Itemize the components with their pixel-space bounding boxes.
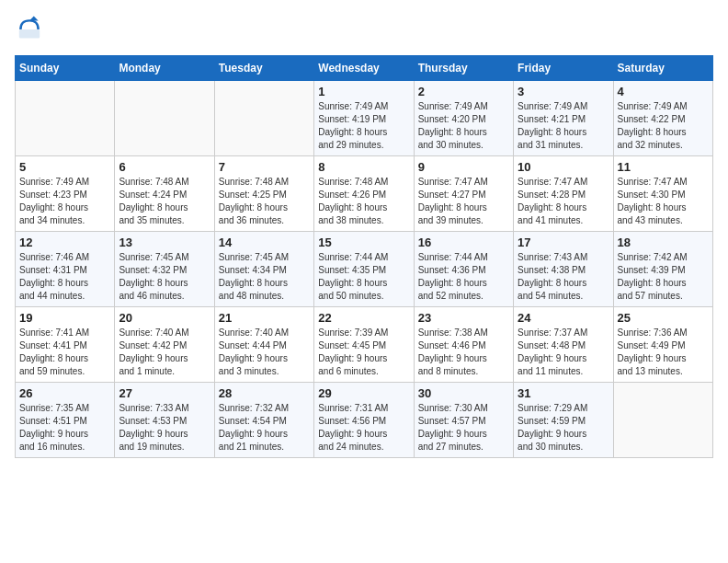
calendar-day-cell: 27Sunrise: 7:33 AM Sunset: 4:53 PM Dayli… [115, 383, 214, 458]
calendar-day-cell: 17Sunrise: 7:43 AM Sunset: 4:38 PM Dayli… [514, 232, 613, 307]
calendar-week-row: 1Sunrise: 7:49 AM Sunset: 4:19 PM Daylig… [16, 81, 713, 156]
day-content: Sunrise: 7:37 AM Sunset: 4:48 PM Dayligh… [518, 327, 609, 378]
day-content: Sunrise: 7:39 AM Sunset: 4:45 PM Dayligh… [318, 327, 409, 378]
day-number: 9 [418, 160, 509, 174]
calendar-day-cell: 18Sunrise: 7:42 AM Sunset: 4:39 PM Dayli… [613, 232, 712, 307]
calendar-day-cell: 10Sunrise: 7:47 AM Sunset: 4:28 PM Dayli… [514, 156, 613, 232]
day-number: 20 [119, 311, 210, 325]
day-content: Sunrise: 7:30 AM Sunset: 4:57 PM Dayligh… [418, 402, 509, 454]
day-number: 1 [318, 85, 409, 98]
day-number: 18 [618, 236, 709, 249]
day-number: 10 [518, 160, 609, 174]
day-number: 6 [119, 160, 210, 174]
calendar-week-row: 19Sunrise: 7:41 AM Sunset: 4:41 PM Dayli… [16, 307, 713, 383]
day-number: 3 [518, 85, 609, 98]
calendar-table: SundayMondayTuesdayWednesdayThursdayFrid… [15, 55, 713, 458]
weekday-header: Monday [115, 56, 214, 81]
day-content: Sunrise: 7:48 AM Sunset: 4:24 PM Dayligh… [119, 176, 210, 227]
calendar-day-cell: 11Sunrise: 7:47 AM Sunset: 4:30 PM Dayli… [613, 156, 712, 232]
weekday-header: Tuesday [214, 56, 313, 81]
calendar-day-cell: 28Sunrise: 7:32 AM Sunset: 4:54 PM Dayli… [214, 383, 313, 458]
calendar-day-cell: 25Sunrise: 7:36 AM Sunset: 4:49 PM Dayli… [613, 307, 712, 383]
calendar-day-cell: 9Sunrise: 7:47 AM Sunset: 4:27 PM Daylig… [414, 156, 513, 232]
day-content: Sunrise: 7:49 AM Sunset: 4:22 PM Dayligh… [618, 100, 709, 152]
day-content: Sunrise: 7:43 AM Sunset: 4:38 PM Dayligh… [518, 251, 609, 303]
day-number: 19 [19, 311, 110, 325]
calendar-empty-cell [16, 81, 115, 156]
logo [15, 15, 48, 44]
day-content: Sunrise: 7:49 AM Sunset: 4:23 PM Dayligh… [19, 176, 110, 227]
day-number: 22 [318, 311, 409, 325]
day-content: Sunrise: 7:49 AM Sunset: 4:20 PM Dayligh… [418, 100, 509, 152]
day-content: Sunrise: 7:46 AM Sunset: 4:31 PM Dayligh… [19, 251, 110, 303]
calendar-empty-cell [613, 383, 712, 458]
day-content: Sunrise: 7:41 AM Sunset: 4:41 PM Dayligh… [19, 327, 110, 378]
calendar-day-cell: 1Sunrise: 7:49 AM Sunset: 4:19 PM Daylig… [314, 81, 414, 156]
calendar-day-cell: 3Sunrise: 7:49 AM Sunset: 4:21 PM Daylig… [514, 81, 613, 156]
calendar-empty-cell [214, 81, 313, 156]
weekday-header: Wednesday [314, 56, 414, 81]
day-number: 7 [219, 160, 310, 174]
day-content: Sunrise: 7:47 AM Sunset: 4:30 PM Dayligh… [618, 176, 709, 227]
day-content: Sunrise: 7:33 AM Sunset: 4:53 PM Dayligh… [119, 402, 210, 454]
day-content: Sunrise: 7:32 AM Sunset: 4:54 PM Dayligh… [219, 402, 310, 454]
day-content: Sunrise: 7:42 AM Sunset: 4:39 PM Dayligh… [618, 251, 709, 303]
day-content: Sunrise: 7:47 AM Sunset: 4:27 PM Dayligh… [418, 176, 509, 227]
calendar-week-row: 12Sunrise: 7:46 AM Sunset: 4:31 PM Dayli… [16, 232, 713, 307]
day-number: 25 [618, 311, 709, 325]
calendar-day-cell: 12Sunrise: 7:46 AM Sunset: 4:31 PM Dayli… [16, 232, 115, 307]
day-content: Sunrise: 7:48 AM Sunset: 4:25 PM Dayligh… [219, 176, 310, 227]
calendar-day-cell: 19Sunrise: 7:41 AM Sunset: 4:41 PM Dayli… [16, 307, 115, 383]
day-number: 28 [219, 386, 310, 400]
day-content: Sunrise: 7:48 AM Sunset: 4:26 PM Dayligh… [318, 176, 409, 227]
day-content: Sunrise: 7:38 AM Sunset: 4:46 PM Dayligh… [418, 327, 509, 378]
weekday-header: Saturday [613, 56, 712, 81]
calendar-day-cell: 30Sunrise: 7:30 AM Sunset: 4:57 PM Dayli… [414, 383, 513, 458]
day-number: 4 [618, 85, 709, 98]
calendar-day-cell: 15Sunrise: 7:44 AM Sunset: 4:35 PM Dayli… [314, 232, 414, 307]
day-content: Sunrise: 7:40 AM Sunset: 4:42 PM Dayligh… [119, 327, 210, 378]
calendar-day-cell: 31Sunrise: 7:29 AM Sunset: 4:59 PM Dayli… [514, 383, 613, 458]
day-number: 5 [19, 160, 110, 174]
day-content: Sunrise: 7:45 AM Sunset: 4:34 PM Dayligh… [219, 251, 310, 303]
day-content: Sunrise: 7:31 AM Sunset: 4:56 PM Dayligh… [318, 402, 409, 454]
day-number: 21 [219, 311, 310, 325]
day-number: 14 [219, 236, 310, 249]
svg-rect-0 [19, 29, 40, 39]
calendar-header-row: SundayMondayTuesdayWednesdayThursdayFrid… [16, 56, 713, 81]
calendar-day-cell: 7Sunrise: 7:48 AM Sunset: 4:25 PM Daylig… [214, 156, 313, 232]
calendar-day-cell: 2Sunrise: 7:49 AM Sunset: 4:20 PM Daylig… [414, 81, 513, 156]
day-number: 27 [119, 386, 210, 400]
calendar-week-row: 5Sunrise: 7:49 AM Sunset: 4:23 PM Daylig… [16, 156, 713, 232]
calendar-day-cell: 5Sunrise: 7:49 AM Sunset: 4:23 PM Daylig… [16, 156, 115, 232]
calendar-week-row: 26Sunrise: 7:35 AM Sunset: 4:51 PM Dayli… [16, 383, 713, 458]
day-content: Sunrise: 7:45 AM Sunset: 4:32 PM Dayligh… [119, 251, 210, 303]
calendar-day-cell: 22Sunrise: 7:39 AM Sunset: 4:45 PM Dayli… [314, 307, 414, 383]
day-content: Sunrise: 7:49 AM Sunset: 4:21 PM Dayligh… [518, 100, 609, 152]
day-number: 8 [318, 160, 409, 174]
day-number: 24 [518, 311, 609, 325]
day-content: Sunrise: 7:47 AM Sunset: 4:28 PM Dayligh… [518, 176, 609, 227]
day-content: Sunrise: 7:44 AM Sunset: 4:35 PM Dayligh… [318, 251, 409, 303]
day-number: 31 [518, 386, 609, 400]
logo-icon [15, 15, 44, 44]
day-number: 23 [418, 311, 509, 325]
day-number: 15 [318, 236, 409, 249]
page-header [15, 15, 713, 44]
day-number: 2 [418, 85, 509, 98]
calendar-day-cell: 14Sunrise: 7:45 AM Sunset: 4:34 PM Dayli… [214, 232, 313, 307]
day-content: Sunrise: 7:49 AM Sunset: 4:19 PM Dayligh… [318, 100, 409, 152]
day-number: 13 [119, 236, 210, 249]
calendar-empty-cell [115, 81, 214, 156]
calendar-day-cell: 23Sunrise: 7:38 AM Sunset: 4:46 PM Dayli… [414, 307, 513, 383]
day-content: Sunrise: 7:40 AM Sunset: 4:44 PM Dayligh… [219, 327, 310, 378]
calendar-day-cell: 16Sunrise: 7:44 AM Sunset: 4:36 PM Dayli… [414, 232, 513, 307]
weekday-header: Thursday [414, 56, 513, 81]
calendar-day-cell: 29Sunrise: 7:31 AM Sunset: 4:56 PM Dayli… [314, 383, 414, 458]
day-number: 26 [19, 386, 110, 400]
day-number: 12 [19, 236, 110, 249]
day-number: 16 [418, 236, 509, 249]
calendar-day-cell: 4Sunrise: 7:49 AM Sunset: 4:22 PM Daylig… [613, 81, 712, 156]
day-number: 30 [418, 386, 509, 400]
weekday-header: Sunday [16, 56, 115, 81]
